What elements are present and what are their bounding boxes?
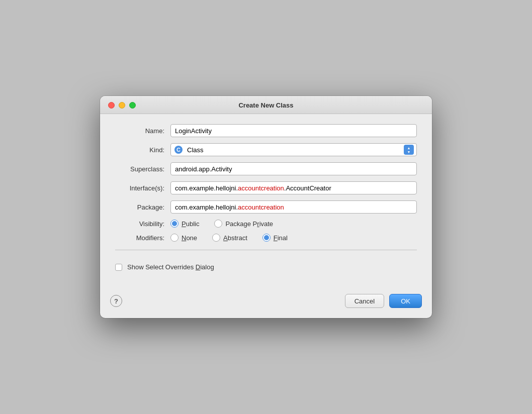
visibility-options: Public Package Private bbox=[170, 220, 417, 228]
modifiers-abstract-radio[interactable] bbox=[212, 234, 220, 242]
bottom-bar: ? Cancel OK bbox=[100, 286, 432, 318]
visibility-row: Visibility: Public Package Private bbox=[115, 220, 417, 228]
visibility-public-radio[interactable] bbox=[170, 220, 179, 228]
modifiers-options: None Abstract Final bbox=[170, 234, 417, 242]
interfaces-label: Interface(s): bbox=[115, 184, 170, 192]
visibility-label: Visibility: bbox=[115, 220, 170, 228]
title-bar: Create New Class bbox=[100, 96, 432, 114]
divider bbox=[115, 250, 417, 250]
minimize-button[interactable] bbox=[119, 102, 125, 109]
modifiers-final-option[interactable]: Final bbox=[262, 234, 288, 242]
visibility-package-private-underline: r bbox=[257, 220, 259, 228]
dialog-body: Name: Kind: C Class Interface Enum Annot… bbox=[100, 114, 432, 286]
visibility-package-private-label: Package Private bbox=[225, 220, 273, 228]
interfaces-suffix: .AccountCreator bbox=[284, 184, 331, 192]
interfaces-row: Interface(s): com.example.hellojni.accou… bbox=[115, 181, 417, 194]
interfaces-highlight: accountcreation bbox=[238, 184, 284, 192]
modifiers-final-radio[interactable] bbox=[262, 234, 271, 242]
visibility-public-label: Public bbox=[182, 220, 199, 228]
modifiers-none-radio[interactable] bbox=[170, 234, 179, 242]
visibility-public-option[interactable]: Public bbox=[170, 220, 199, 228]
superclass-input[interactable] bbox=[170, 162, 417, 175]
traffic-lights bbox=[108, 102, 136, 109]
action-buttons: Cancel OK bbox=[345, 294, 422, 308]
dialog-title: Create New Class bbox=[238, 101, 293, 109]
visibility-package-private-option[interactable]: Package Private bbox=[214, 220, 273, 228]
modifiers-final-label: Final bbox=[274, 234, 288, 242]
modifiers-abstract-option[interactable]: Abstract bbox=[212, 234, 247, 242]
none-underline: N bbox=[182, 234, 186, 242]
close-button[interactable] bbox=[108, 102, 115, 109]
kind-wrapper: C Class Interface Enum Annotation bbox=[170, 143, 417, 156]
visibility-public-underline: P bbox=[182, 220, 186, 228]
final-underline: F bbox=[274, 234, 278, 242]
modifiers-row: Modifiers: None Abstract Final bbox=[115, 234, 417, 242]
package-input[interactable]: com.example.hellojni.accountcreation bbox=[170, 200, 417, 214]
superclass-label: Superclass: bbox=[115, 165, 170, 173]
superclass-row: Superclass: bbox=[115, 162, 417, 175]
help-button[interactable]: ? bbox=[110, 295, 122, 307]
name-label: Name: bbox=[115, 127, 170, 135]
interfaces-input[interactable]: com.example.hellojni.accountcreation.Acc… bbox=[170, 181, 417, 194]
name-input[interactable] bbox=[170, 124, 417, 137]
overrides-checkbox[interactable] bbox=[115, 264, 122, 271]
package-row: Package: com.example.hellojni.accountcre… bbox=[115, 200, 417, 214]
modifiers-none-option[interactable]: None bbox=[170, 234, 197, 242]
overrides-checkbox-label: Show Select Overrides Dialog bbox=[127, 263, 214, 271]
package-highlight: accountcreation bbox=[238, 203, 284, 211]
kind-label: Kind: bbox=[115, 146, 170, 154]
kind-row: Kind: C Class Interface Enum Annotation bbox=[115, 143, 417, 156]
dialog-underline: D bbox=[196, 263, 200, 271]
modifiers-abstract-label: Abstract bbox=[223, 234, 247, 242]
abstract-underline: A bbox=[223, 234, 228, 242]
name-row: Name: bbox=[115, 124, 417, 137]
maximize-button[interactable] bbox=[129, 102, 136, 109]
checkbox-row: Show Select Overrides Dialog bbox=[115, 258, 417, 276]
visibility-package-private-radio[interactable] bbox=[214, 220, 222, 228]
package-label: Package: bbox=[115, 203, 170, 211]
interfaces-prefix: com.example.hellojni. bbox=[175, 184, 238, 192]
package-prefix: com.example.hellojni. bbox=[175, 203, 238, 211]
create-new-class-dialog: Create New Class Name: Kind: C Class Int… bbox=[100, 96, 432, 318]
modifiers-label: Modifiers: bbox=[115, 234, 170, 242]
cancel-button[interactable]: Cancel bbox=[345, 294, 384, 308]
kind-select[interactable]: Class Interface Enum Annotation bbox=[170, 143, 417, 156]
ok-button[interactable]: OK bbox=[389, 294, 422, 308]
modifiers-none-label: None bbox=[182, 234, 197, 242]
